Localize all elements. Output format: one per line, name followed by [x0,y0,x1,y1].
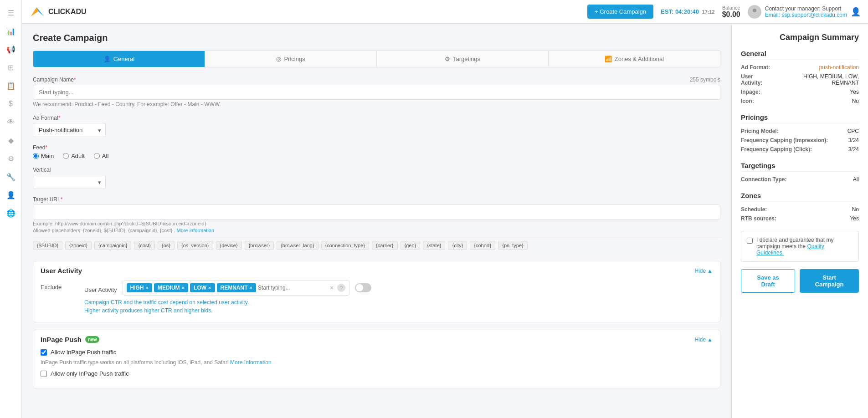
feed-main-option[interactable]: Main [33,153,54,159]
avatar [748,5,761,19]
sidebar-icon-grid[interactable]: ⊞ [3,59,19,76]
summary-user-activity-row: User Activity: HIGH, MEDIUM, LOW, REMNAN… [741,73,859,86]
topnav: CLICKADU + Create Campaign EST: 04:20:40… [22,0,868,24]
target-url-input[interactable] [33,204,720,219]
user-icon[interactable]: 👤 [851,7,861,17]
user-activity-row: Exclude User Activity HIGH × MEDIUM × LO… [41,280,713,315]
summary-targetings-title: Targetings [741,162,859,172]
hide-inpage-button[interactable]: Hide ▲ [694,336,713,343]
exclude-toggle[interactable] [355,283,371,292]
placeholder-cohort[interactable]: {cohort} [470,241,495,250]
allow-inpage-label[interactable]: Allow InPage Push traffic [41,349,713,356]
tags-clear-button[interactable]: × [330,284,334,291]
tags-help-icon[interactable]: ? [337,284,345,292]
feed-all-option[interactable]: All [94,153,108,159]
tab-pricings-label: Pricings [284,56,305,62]
placeholder-browser-lang[interactable]: {browser_lang} [277,241,318,250]
tag-medium-close[interactable]: × [182,285,185,291]
summary-pricings: Pricings Pricing Model: CPC Frequency Ca… [741,113,859,153]
campaign-name-input[interactable] [33,85,720,100]
user-activity-tags-input[interactable]: HIGH × MEDIUM × LOW × REMNANT × × ? [123,280,350,296]
declare-checkbox[interactable] [747,238,753,244]
sidebar-icon-globe[interactable]: 🌐 [3,205,19,221]
user-activity-header: User Activity Hide ▲ [33,261,720,280]
start-campaign-button[interactable]: Start Campaign [800,269,859,293]
feed-adult-option[interactable]: Adult [63,153,85,159]
placeholder-geo[interactable]: {geo} [401,241,421,250]
summary-pricing-model-val: CPC [847,128,859,134]
sidebar-icon-eye[interactable]: 👁 [3,114,19,130]
inpage-push-title: InPage Push [41,336,82,343]
sidebar-icon-list[interactable]: 📋 [3,77,19,94]
tab-general[interactable]: 👤 General [33,51,205,67]
feed-label: Feed* [33,144,720,151]
contact-text: Contact your manager: Support [765,5,847,12]
tag-low: LOW × [190,283,215,292]
only-inpage-text: Allow only InPage Push traffic [51,370,129,377]
create-campaign-button[interactable]: + Create Campaign [587,5,653,19]
placeholder-tags: {$SUBID} {zoneid} {campaignid} {cost} {o… [33,237,720,254]
tab-pricings[interactable]: ◎ Pricings [205,51,377,67]
sidebar-icon-diamond[interactable]: ◆ [3,132,19,148]
summary-pricings-title: Pricings [741,113,859,123]
save-as-draft-button[interactable]: Save as Draft [741,269,795,293]
placeholder-device[interactable]: {device} [216,241,242,250]
sidebar-icon-billing[interactable]: $ [3,96,19,112]
placeholder-pn-type[interactable]: {pn_type} [498,241,528,250]
hide-user-activity-button[interactable]: Hide ▲ [694,268,713,274]
placeholder-subid[interactable]: {$SUBID} [33,241,62,250]
placeholder-cost[interactable]: {cost} [134,241,155,250]
campaign-name-group: Campaign Name* 255 symbols We recommend:… [33,76,720,107]
summary-connection-key: Connection Type: [741,176,786,183]
sidebar: ☰ 📊 📢 ⊞ 📋 $ 👁 ◆ ⚙ 🔧 👤 🌐 [0,0,22,418]
only-inpage-checkbox[interactable] [41,371,47,377]
vertical-select[interactable] [33,175,106,189]
only-inpage-label[interactable]: Allow only InPage Push traffic [41,370,713,377]
tab-targetings-icon: ⚙ [445,56,450,62]
page-title: Create Campaign [33,33,720,43]
vertical-select-wrapper [33,175,106,189]
tab-targetings-label: Targetings [453,56,480,62]
summary-inpage-key: Inpage: [741,89,760,95]
sidebar-icon-tools[interactable]: 🔧 [3,168,19,185]
user-activity-title: User Activity [41,267,82,275]
sidebar-icon-settings[interactable]: ⚙ [3,150,19,167]
allow-inpage-desc: InPage Push traffic type works on all pl… [41,359,713,366]
svg-marker-1 [31,7,38,16]
summary-freq-impression-key: Frequency Capping (Impression): [741,137,828,143]
placeholder-city[interactable]: {city} [448,241,467,250]
tags-input-field[interactable] [258,285,326,291]
summary-zones: Zones Schedule: No RTB sources: Yes [741,192,859,222]
placeholder-os-version[interactable]: {os_version} [177,241,213,250]
placeholder-os[interactable]: {os} [158,241,175,250]
placeholder-zoneid[interactable]: {zoneid} [65,241,92,250]
summary-rtb-val: Yes [850,215,859,222]
activity-description: Campaign CTR and the traffic cost depend… [84,298,713,315]
placeholder-state[interactable]: {state} [423,241,445,250]
placeholder-connection-type[interactable]: {connection_type} [321,241,369,250]
placeholder-carrier[interactable]: {carrier} [372,241,398,250]
sidebar-icon-campaigns[interactable]: 📢 [3,41,19,57]
tag-high-close[interactable]: × [146,285,149,291]
summary-general: General Ad Format: push-notification Use… [741,50,859,104]
inpage-push-header: InPage Push new Hide ▲ [33,330,720,349]
summary-ad-format-row: Ad Format: push-notification [741,64,859,71]
ad-format-select[interactable]: Push-notification InPage Push Banner Int… [33,123,106,137]
tab-zones[interactable]: 📶 Zones & Additional [549,51,720,67]
allow-inpage-checkbox[interactable] [41,349,47,356]
timer: EST: 04:20:40 17:12 [661,8,715,15]
sidebar-icon-user[interactable]: 👤 [3,187,19,203]
summary-schedule-val: No [852,206,859,213]
placeholder-browser[interactable]: {browser} [245,241,274,250]
inpage-more-info-link[interactable]: More Information [230,359,272,366]
summary-icon-val: No [852,98,859,104]
tag-remnant-close[interactable]: × [250,285,252,291]
tab-targetings[interactable]: ⚙ Targetings [377,51,549,67]
sidebar-icon-analytics[interactable]: 📊 [3,23,19,39]
target-url-label: Target URL* [33,196,720,203]
more-info-link[interactable]: More information [177,228,215,233]
tag-low-close[interactable]: × [208,285,211,291]
summary-targetings: Targetings Connection Type: All [741,162,859,183]
sidebar-icon-menu[interactable]: ☰ [3,5,19,21]
placeholder-campaignid[interactable]: {campaignid} [94,241,132,250]
